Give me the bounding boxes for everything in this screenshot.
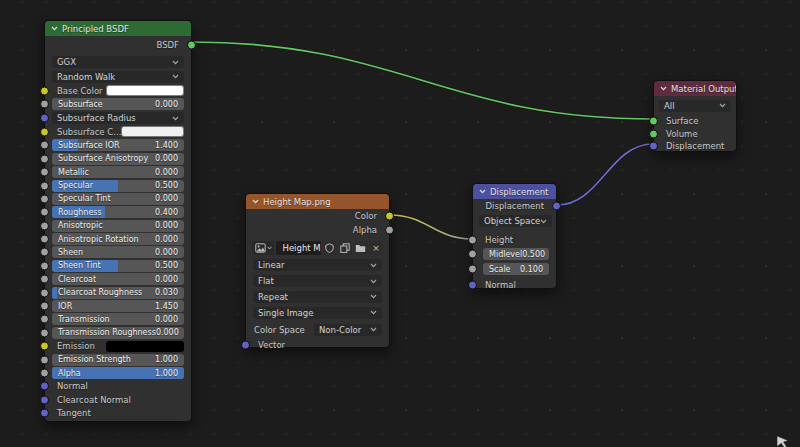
fake-user-button[interactable] <box>323 241 337 255</box>
interpolation-select[interactable]: Linear <box>253 259 382 271</box>
roughness-input-socket[interactable] <box>40 208 49 217</box>
sheen-slider[interactable]: Sheen0.000 <box>52 246 184 258</box>
anisotropic-input-socket[interactable] <box>40 221 49 230</box>
emission-strength-input-socket[interactable] <box>40 355 49 364</box>
normal-input-socket[interactable] <box>468 280 477 289</box>
midlevel-field[interactable]: Midlevel 0.500 <box>483 248 549 260</box>
subsurface-ior-slider[interactable]: Subsurface IOR1.400 <box>52 139 184 151</box>
color-output-row: Color <box>246 209 389 223</box>
duplicate-image-button[interactable] <box>338 241 352 255</box>
base-color-row: Base Color <box>45 84 191 97</box>
extension-select[interactable]: Repeat <box>253 291 382 303</box>
subsurface-radius-select[interactable]: Subsurface Radius <box>52 112 184 124</box>
alpha-output-socket[interactable] <box>385 226 394 235</box>
alpha-input-socket[interactable] <box>40 369 49 378</box>
anisotropic-rotation-slider[interactable]: Anisotropic Rotation0.000 <box>52 233 184 245</box>
transmission-roughness-input-socket[interactable] <box>40 328 49 337</box>
emission-row: Emission <box>45 340 191 353</box>
space-select[interactable]: Object Space <box>479 215 552 227</box>
sheen-tint-input-socket[interactable] <box>40 261 49 270</box>
midlevel-row: Midlevel 0.500 <box>473 248 556 261</box>
emission-swatch[interactable] <box>106 341 184 352</box>
slider-label: IOR <box>52 302 155 311</box>
subsurface-anisotropy-input-socket[interactable] <box>40 154 49 163</box>
height-input-socket[interactable] <box>468 235 477 244</box>
tangent-input-socket[interactable] <box>40 409 49 418</box>
material-output-node-header[interactable]: Material Output <box>654 81 736 96</box>
displacement-node-header[interactable]: Displacement <box>473 184 556 199</box>
sheen-tint-row: Sheen Tint0.500 <box>45 259 191 272</box>
transmission-slider[interactable]: Transmission0.000 <box>52 313 184 325</box>
volume-input-socket[interactable] <box>649 129 658 138</box>
image-name-field[interactable]: Height Map.png <box>276 241 322 255</box>
scale-input-socket[interactable] <box>468 265 477 274</box>
color-to-height-link[interactable] <box>390 215 472 239</box>
base-color-swatch[interactable] <box>106 85 184 96</box>
bsdf-to-surface-link[interactable] <box>192 42 653 119</box>
roughness-slider[interactable]: Roughness0.400 <box>52 206 184 218</box>
normal-input-socket[interactable] <box>40 382 49 391</box>
image-browse-button[interactable] <box>252 241 274 255</box>
midlevel-input-socket[interactable] <box>468 250 477 259</box>
anisotropic-slider[interactable]: Anisotropic0.000 <box>52 220 184 232</box>
collapse-chevron-icon[interactable] <box>252 199 259 204</box>
sheen-input-socket[interactable] <box>40 248 49 257</box>
clearcoat-input-socket[interactable] <box>40 275 49 284</box>
base-color-input-socket[interactable] <box>40 86 49 95</box>
displacement-input-socket[interactable] <box>649 142 658 151</box>
open-image-button[interactable] <box>354 241 368 255</box>
source-select[interactable]: Single Image <box>253 307 382 319</box>
ggx-select[interactable]: GGX <box>52 56 184 68</box>
transmission-input-socket[interactable] <box>40 315 49 324</box>
metallic-input-socket[interactable] <box>40 168 49 177</box>
scale-field[interactable]: Scale 0.100 <box>483 263 549 275</box>
ior-input-socket[interactable] <box>40 302 49 311</box>
specular-slider[interactable]: Specular0.500 <box>52 180 184 192</box>
select-value: Non-Color <box>319 325 361 335</box>
collapse-chevron-icon[interactable] <box>51 26 58 31</box>
unlink-image-button[interactable]: × <box>369 241 383 255</box>
specular-tint-input-socket[interactable] <box>40 194 49 203</box>
displacement-to-output-link[interactable] <box>557 144 653 205</box>
subsurface-anisotropy-slider[interactable]: Subsurface Anisotropy0.000 <box>52 153 184 165</box>
principled-node-header[interactable]: Principled BSDF <box>45 21 191 36</box>
sheen-tint-slider[interactable]: Sheen Tint0.500 <box>52 260 184 272</box>
clearcoat-roughness-input-socket[interactable] <box>40 288 49 297</box>
metallic-slider[interactable]: Metallic0.000 <box>52 166 184 178</box>
random-walk-select[interactable]: Random Walk <box>52 71 184 83</box>
subsurface-c-swatch[interactable] <box>121 126 184 137</box>
slider-label: Alpha <box>52 369 155 378</box>
alpha-slider[interactable]: Alpha1.000 <box>52 367 184 379</box>
subsurface-slider[interactable]: Subsurface0.000 <box>52 98 184 110</box>
transmission-roughness-slider[interactable]: Transmission Roughness0.000 <box>52 327 184 339</box>
surface-input-socket[interactable] <box>649 117 658 126</box>
color-space-select[interactable]: Non-Color <box>314 324 382 336</box>
specular-input-socket[interactable] <box>40 181 49 190</box>
alpha-output-label: Alpha <box>246 225 389 235</box>
subsurface-ior-input-socket[interactable] <box>40 141 49 150</box>
bsdf-output-socket[interactable] <box>187 41 196 50</box>
collapse-chevron-icon[interactable] <box>660 86 667 91</box>
clearcoat-slider[interactable]: Clearcoat0.000 <box>52 273 184 285</box>
projection-select[interactable]: Flat <box>253 275 382 287</box>
anisotropic-rotation-input-socket[interactable] <box>40 235 49 244</box>
color-field-label: Emission <box>45 341 95 351</box>
emission-strength-slider[interactable]: Emission Strength1.000 <box>52 354 184 366</box>
slider-label: Anisotropic <box>52 221 155 230</box>
subsurface-radius-input-socket[interactable] <box>40 114 49 123</box>
clearcoat-normal-input-socket[interactable] <box>40 395 49 404</box>
vector-input-socket[interactable] <box>241 340 250 349</box>
displacement-output-socket[interactable] <box>552 201 561 210</box>
image-node-header[interactable]: Height Map.png <box>246 194 389 209</box>
clearcoat-roughness-slider[interactable]: Clearcoat Roughness0.030 <box>52 287 184 299</box>
emission-input-socket[interactable] <box>40 342 49 351</box>
slider-label: Subsurface <box>52 100 155 109</box>
collapse-chevron-icon[interactable] <box>479 189 486 194</box>
ior-slider[interactable]: IOR1.450 <box>52 300 184 312</box>
subsurface-input-socket[interactable] <box>40 100 49 109</box>
target-select[interactable]: All <box>659 100 731 112</box>
subsurface-c-input-socket[interactable] <box>40 127 49 136</box>
color-output-socket[interactable] <box>385 212 394 221</box>
anisotropic-row: Anisotropic0.000 <box>45 219 191 232</box>
specular-tint-slider[interactable]: Specular Tint0.000 <box>52 193 184 205</box>
